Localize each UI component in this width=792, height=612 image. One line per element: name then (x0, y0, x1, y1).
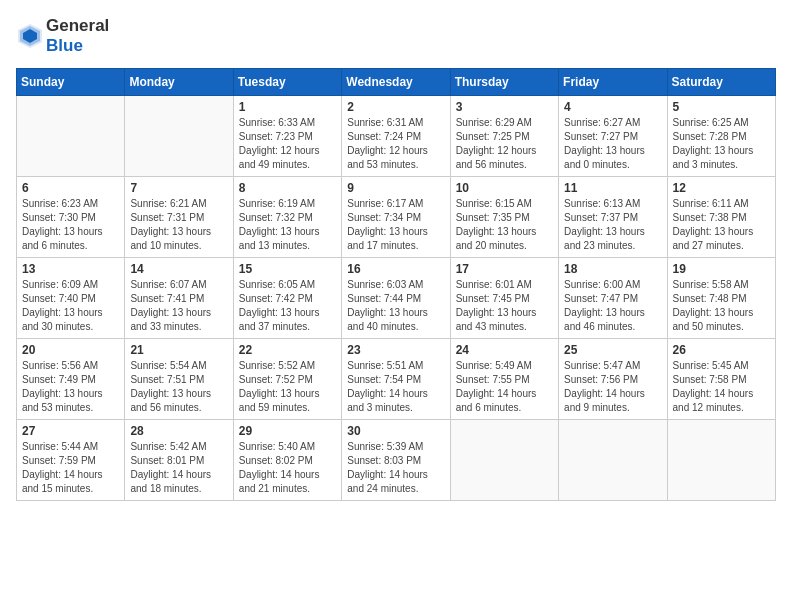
calendar-week-row: 27Sunrise: 5:44 AM Sunset: 7:59 PM Dayli… (17, 420, 776, 501)
calendar-cell: 2Sunrise: 6:31 AM Sunset: 7:24 PM Daylig… (342, 96, 450, 177)
day-number: 18 (564, 262, 661, 276)
calendar-cell: 29Sunrise: 5:40 AM Sunset: 8:02 PM Dayli… (233, 420, 341, 501)
day-number: 7 (130, 181, 227, 195)
day-info: Sunrise: 6:33 AM Sunset: 7:23 PM Dayligh… (239, 116, 336, 172)
calendar-cell: 21Sunrise: 5:54 AM Sunset: 7:51 PM Dayli… (125, 339, 233, 420)
day-number: 12 (673, 181, 770, 195)
day-number: 27 (22, 424, 119, 438)
day-info: Sunrise: 6:11 AM Sunset: 7:38 PM Dayligh… (673, 197, 770, 253)
day-info: Sunrise: 5:42 AM Sunset: 8:01 PM Dayligh… (130, 440, 227, 496)
day-number: 26 (673, 343, 770, 357)
logo-general-text: General (46, 16, 109, 35)
day-number: 23 (347, 343, 444, 357)
day-number: 24 (456, 343, 553, 357)
day-info: Sunrise: 6:07 AM Sunset: 7:41 PM Dayligh… (130, 278, 227, 334)
day-number: 8 (239, 181, 336, 195)
day-info: Sunrise: 5:45 AM Sunset: 7:58 PM Dayligh… (673, 359, 770, 415)
day-number: 30 (347, 424, 444, 438)
day-number: 16 (347, 262, 444, 276)
calendar-cell: 19Sunrise: 5:58 AM Sunset: 7:48 PM Dayli… (667, 258, 775, 339)
day-info: Sunrise: 6:09 AM Sunset: 7:40 PM Dayligh… (22, 278, 119, 334)
day-number: 10 (456, 181, 553, 195)
calendar-cell (667, 420, 775, 501)
calendar-cell: 3Sunrise: 6:29 AM Sunset: 7:25 PM Daylig… (450, 96, 558, 177)
day-info: Sunrise: 5:44 AM Sunset: 7:59 PM Dayligh… (22, 440, 119, 496)
calendar-cell: 22Sunrise: 5:52 AM Sunset: 7:52 PM Dayli… (233, 339, 341, 420)
calendar-cell: 18Sunrise: 6:00 AM Sunset: 7:47 PM Dayli… (559, 258, 667, 339)
day-number: 11 (564, 181, 661, 195)
logo-icon (16, 22, 44, 50)
calendar-cell: 25Sunrise: 5:47 AM Sunset: 7:56 PM Dayli… (559, 339, 667, 420)
calendar-cell: 16Sunrise: 6:03 AM Sunset: 7:44 PM Dayli… (342, 258, 450, 339)
day-info: Sunrise: 5:39 AM Sunset: 8:03 PM Dayligh… (347, 440, 444, 496)
calendar-cell: 14Sunrise: 6:07 AM Sunset: 7:41 PM Dayli… (125, 258, 233, 339)
calendar-cell: 30Sunrise: 5:39 AM Sunset: 8:03 PM Dayli… (342, 420, 450, 501)
calendar-cell: 11Sunrise: 6:13 AM Sunset: 7:37 PM Dayli… (559, 177, 667, 258)
day-header-wednesday: Wednesday (342, 69, 450, 96)
day-header-tuesday: Tuesday (233, 69, 341, 96)
day-info: Sunrise: 6:13 AM Sunset: 7:37 PM Dayligh… (564, 197, 661, 253)
day-info: Sunrise: 6:29 AM Sunset: 7:25 PM Dayligh… (456, 116, 553, 172)
calendar-cell: 27Sunrise: 5:44 AM Sunset: 7:59 PM Dayli… (17, 420, 125, 501)
calendar-week-row: 13Sunrise: 6:09 AM Sunset: 7:40 PM Dayli… (17, 258, 776, 339)
calendar-cell: 28Sunrise: 5:42 AM Sunset: 8:01 PM Dayli… (125, 420, 233, 501)
day-info: Sunrise: 6:17 AM Sunset: 7:34 PM Dayligh… (347, 197, 444, 253)
day-header-thursday: Thursday (450, 69, 558, 96)
day-info: Sunrise: 6:27 AM Sunset: 7:27 PM Dayligh… (564, 116, 661, 172)
day-info: Sunrise: 6:25 AM Sunset: 7:28 PM Dayligh… (673, 116, 770, 172)
day-number: 20 (22, 343, 119, 357)
calendar-cell: 15Sunrise: 6:05 AM Sunset: 7:42 PM Dayli… (233, 258, 341, 339)
calendar-week-row: 20Sunrise: 5:56 AM Sunset: 7:49 PM Dayli… (17, 339, 776, 420)
day-number: 14 (130, 262, 227, 276)
calendar-cell: 4Sunrise: 6:27 AM Sunset: 7:27 PM Daylig… (559, 96, 667, 177)
calendar-cell (17, 96, 125, 177)
calendar-cell: 9Sunrise: 6:17 AM Sunset: 7:34 PM Daylig… (342, 177, 450, 258)
day-info: Sunrise: 5:51 AM Sunset: 7:54 PM Dayligh… (347, 359, 444, 415)
calendar-cell: 5Sunrise: 6:25 AM Sunset: 7:28 PM Daylig… (667, 96, 775, 177)
day-number: 1 (239, 100, 336, 114)
day-number: 6 (22, 181, 119, 195)
day-info: Sunrise: 5:47 AM Sunset: 7:56 PM Dayligh… (564, 359, 661, 415)
day-info: Sunrise: 6:00 AM Sunset: 7:47 PM Dayligh… (564, 278, 661, 334)
day-info: Sunrise: 6:19 AM Sunset: 7:32 PM Dayligh… (239, 197, 336, 253)
calendar-cell: 26Sunrise: 5:45 AM Sunset: 7:58 PM Dayli… (667, 339, 775, 420)
day-info: Sunrise: 5:56 AM Sunset: 7:49 PM Dayligh… (22, 359, 119, 415)
logo: General Blue (16, 16, 109, 56)
day-number: 2 (347, 100, 444, 114)
day-number: 21 (130, 343, 227, 357)
calendar-cell: 1Sunrise: 6:33 AM Sunset: 7:23 PM Daylig… (233, 96, 341, 177)
calendar-cell: 23Sunrise: 5:51 AM Sunset: 7:54 PM Dayli… (342, 339, 450, 420)
day-header-saturday: Saturday (667, 69, 775, 96)
day-info: Sunrise: 5:52 AM Sunset: 7:52 PM Dayligh… (239, 359, 336, 415)
calendar-cell (559, 420, 667, 501)
day-number: 13 (22, 262, 119, 276)
day-info: Sunrise: 6:01 AM Sunset: 7:45 PM Dayligh… (456, 278, 553, 334)
page-header: General Blue (16, 16, 776, 56)
day-number: 9 (347, 181, 444, 195)
day-info: Sunrise: 6:03 AM Sunset: 7:44 PM Dayligh… (347, 278, 444, 334)
day-number: 25 (564, 343, 661, 357)
calendar-cell: 17Sunrise: 6:01 AM Sunset: 7:45 PM Dayli… (450, 258, 558, 339)
calendar-cell: 10Sunrise: 6:15 AM Sunset: 7:35 PM Dayli… (450, 177, 558, 258)
calendar-cell: 13Sunrise: 6:09 AM Sunset: 7:40 PM Dayli… (17, 258, 125, 339)
calendar-header-row: SundayMondayTuesdayWednesdayThursdayFrid… (17, 69, 776, 96)
calendar-cell (125, 96, 233, 177)
day-header-monday: Monday (125, 69, 233, 96)
day-number: 28 (130, 424, 227, 438)
day-number: 4 (564, 100, 661, 114)
calendar-cell: 12Sunrise: 6:11 AM Sunset: 7:38 PM Dayli… (667, 177, 775, 258)
day-info: Sunrise: 6:23 AM Sunset: 7:30 PM Dayligh… (22, 197, 119, 253)
day-number: 3 (456, 100, 553, 114)
calendar-cell: 7Sunrise: 6:21 AM Sunset: 7:31 PM Daylig… (125, 177, 233, 258)
calendar-cell: 6Sunrise: 6:23 AM Sunset: 7:30 PM Daylig… (17, 177, 125, 258)
day-info: Sunrise: 5:49 AM Sunset: 7:55 PM Dayligh… (456, 359, 553, 415)
day-number: 15 (239, 262, 336, 276)
day-info: Sunrise: 5:40 AM Sunset: 8:02 PM Dayligh… (239, 440, 336, 496)
day-number: 19 (673, 262, 770, 276)
day-number: 5 (673, 100, 770, 114)
day-info: Sunrise: 5:58 AM Sunset: 7:48 PM Dayligh… (673, 278, 770, 334)
day-number: 22 (239, 343, 336, 357)
calendar-week-row: 6Sunrise: 6:23 AM Sunset: 7:30 PM Daylig… (17, 177, 776, 258)
day-info: Sunrise: 6:21 AM Sunset: 7:31 PM Dayligh… (130, 197, 227, 253)
day-number: 29 (239, 424, 336, 438)
